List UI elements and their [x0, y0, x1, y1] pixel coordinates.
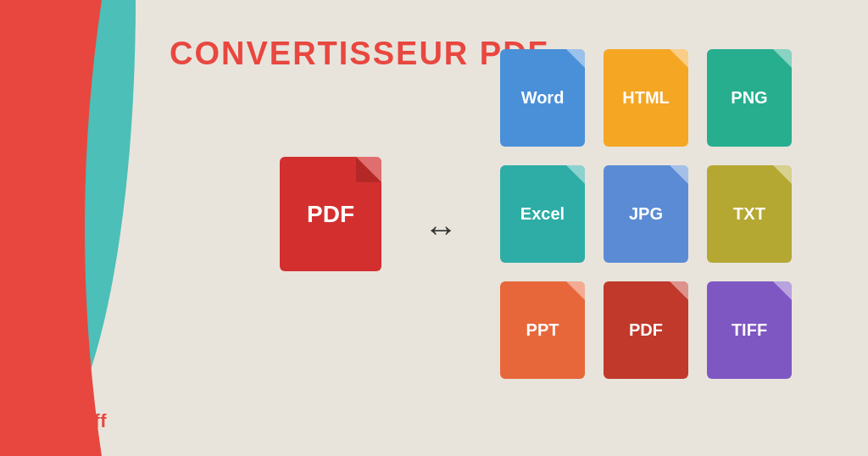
format-label: PPT [526, 320, 559, 340]
format-icon-excel[interactable]: Excel [500, 165, 585, 263]
conversion-arrow: ↔ [424, 210, 458, 248]
format-icon-txt[interactable]: TXT [707, 165, 792, 263]
format-icon-tiff[interactable]: TIFF [707, 281, 792, 379]
main-pdf-icon: PDF [280, 157, 381, 271]
pdf-doc-label: PDF [307, 201, 354, 228]
format-label: Excel [520, 204, 565, 224]
format-grid: WordHTMLPNGExcelJPGTXTPPTPDFTIFF [500, 49, 800, 387]
format-icon-word[interactable]: Word [500, 49, 585, 147]
format-icon-pdf[interactable]: PDF [604, 281, 688, 379]
format-label: TXT [733, 204, 765, 224]
format-label: PNG [731, 88, 767, 108]
format-icon-jpg[interactable]: JPG [604, 165, 688, 263]
red-curve-decoration [0, 0, 170, 456]
format-icon-ppt[interactable]: PPT [500, 281, 585, 379]
format-icon-html[interactable]: HTML [604, 49, 688, 147]
format-label: PDF [629, 320, 663, 340]
format-label: JPG [629, 204, 663, 224]
format-label: TIFF [732, 320, 767, 340]
format-icon-png[interactable]: PNG [707, 49, 792, 147]
pdf-doc-icon: PDF [280, 157, 381, 271]
page-title: CONVERTISSEUR PDF [170, 36, 549, 72]
format-label: Word [521, 88, 565, 108]
format-label: HTML [622, 88, 670, 108]
